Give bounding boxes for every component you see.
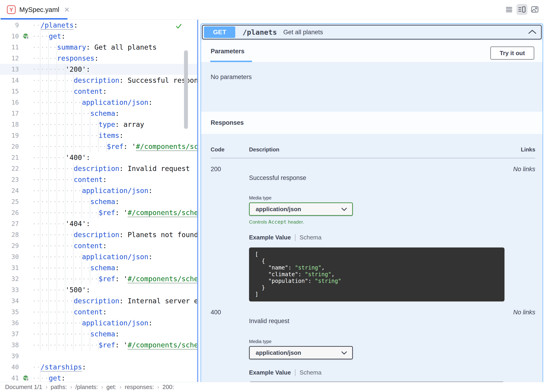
tab-myspec-yaml[interactable]: Y MySpec.yaml (0, 0, 68, 19)
response-description-cell: Invalid requestMedia typeapplication/jso… (249, 309, 505, 382)
editor-line[interactable]: 13 '200': (0, 64, 197, 75)
example-code-block[interactable]: [ { "name": "string", "climate": "string… (249, 248, 504, 302)
breadcrumb-item[interactable]: get: (106, 384, 116, 390)
editor-and-preview-toggle-icon[interactable] (516, 4, 527, 15)
yaml-text: : ' (123, 143, 136, 150)
yaml-key: description (74, 231, 119, 239)
breadcrumb-item[interactable]: Document 1/1 (5, 384, 42, 390)
editor-line[interactable]: 33 '500': (0, 285, 197, 296)
code-text: items: (32, 130, 197, 141)
editor-line[interactable]: 40 /starships: (0, 362, 197, 373)
schema-tab[interactable]: Schema (300, 234, 321, 241)
response-code: 400 (211, 309, 249, 382)
gutter-slot (20, 229, 32, 240)
indent-whitespace (32, 273, 99, 285)
path-key-link[interactable]: /planets (41, 21, 74, 29)
breadcrumb-separator: › (70, 384, 72, 390)
editor-line[interactable]: 34 description: Internal server error (0, 296, 197, 307)
operation-summary[interactable]: GET /planets Get all planets (202, 25, 542, 40)
editor-line[interactable]: 14 description: Successful response (0, 75, 197, 86)
line-number: 12 (0, 53, 20, 64)
example-value-tab[interactable]: Example Value (249, 369, 291, 376)
yaml-key: description (74, 165, 119, 172)
example-value-tab[interactable]: Example Value (249, 234, 291, 241)
editor-line[interactable]: 16 application/json: (0, 97, 197, 108)
editor-line[interactable]: 9 /planets: (0, 20, 197, 31)
editor-line[interactable]: 10 get: (0, 31, 197, 42)
editor-line[interactable]: 26 $ref: '#/components/schema (0, 207, 197, 218)
breadcrumb-item[interactable]: responses: (125, 384, 154, 390)
breadcrumb-item[interactable]: 200: (162, 384, 174, 390)
editor-line[interactable]: 38 $ref: '#/components/schema (0, 340, 197, 351)
tab-title: MySpec.yaml (19, 6, 59, 14)
editor-line[interactable]: 24 application/json: (0, 185, 197, 196)
editor-line[interactable]: 39 (0, 351, 197, 362)
editor-line[interactable]: 31 schema: (0, 262, 197, 273)
yaml-editor[interactable]: 9 /planets:10 get:11 summary: Get all pl… (0, 20, 197, 382)
code-text: application/json: (32, 185, 197, 196)
editor-line[interactable]: 18 type: array (0, 119, 197, 130)
line-number: 10 (0, 31, 20, 42)
yaml-text: : Invalid request (119, 165, 190, 172)
breadcrumb-item[interactable]: paths: (51, 384, 67, 390)
parameters-body: No parameters (201, 62, 543, 112)
code-text: '500': (32, 285, 197, 296)
editor-line[interactable]: 32 $ref: '#/components/schema (0, 273, 197, 285)
ref-link[interactable]: #/components/schema (128, 341, 197, 349)
code-text: schema: (32, 262, 197, 273)
yaml-text: '500': (65, 286, 90, 294)
editor-line[interactable]: 37 schema: (0, 329, 197, 340)
response-row: 200Successful responseMedia typeapplicat… (211, 166, 535, 302)
editor-scrollbar[interactable] (184, 50, 188, 129)
editor-line[interactable]: 36 application/json: (0, 318, 197, 329)
collapse-chevron-icon[interactable] (528, 30, 536, 35)
note-accept-keyword: Accept (268, 219, 286, 225)
breadcrumb-separator: › (157, 384, 159, 390)
gutter-slot (20, 163, 32, 174)
yaml-key: schema (90, 198, 115, 206)
gutter-slot (20, 42, 32, 53)
editor-line[interactable]: 12 responses: (0, 53, 197, 64)
try-it-out-button[interactable]: Try it out (490, 46, 534, 60)
line-number: 16 (0, 97, 20, 108)
schema-tab[interactable]: Schema (300, 369, 321, 376)
tab-separator (295, 234, 296, 241)
yaml-text: : (103, 87, 107, 95)
editor-line[interactable]: 20 $ref: '#/components/sche (0, 141, 197, 152)
editor-line[interactable]: 25 schema: (0, 196, 197, 207)
editor-line[interactable]: 29 content: (0, 240, 197, 251)
media-type-select[interactable]: application/json (249, 202, 353, 216)
tab-close-icon[interactable] (64, 7, 70, 13)
path-key-link[interactable]: /starships (41, 363, 82, 371)
editor-line[interactable]: 22 description: Invalid request (0, 163, 197, 174)
api-endpoint-gutter-icon[interactable] (20, 31, 32, 42)
ref-link[interactable]: #/components/sche (136, 143, 197, 150)
code-text: description: Successful response (32, 75, 197, 86)
ref-link[interactable]: #/components/schema (128, 275, 197, 283)
editor-line[interactable]: 41 get: (0, 373, 197, 382)
indent-whitespace (32, 196, 90, 207)
line-number: 23 (0, 174, 20, 185)
indent-whitespace (32, 64, 65, 75)
editor-only-toggle-icon[interactable] (503, 4, 514, 15)
editor-line[interactable]: 17 schema: (0, 108, 197, 119)
media-type-select[interactable]: application/json (249, 346, 353, 359)
editor-line[interactable]: 27 '404': (0, 218, 197, 229)
yaml-key: $ref (99, 275, 115, 283)
preview-only-toggle-icon[interactable] (529, 4, 540, 15)
breadcrumb-item[interactable]: /planets: (75, 384, 98, 390)
editor-line[interactable]: 21 '400': (0, 152, 197, 163)
editor-line[interactable]: 19 items: (0, 130, 197, 141)
editor-line[interactable]: 30 application/json: (0, 251, 197, 262)
indent-whitespace (32, 86, 74, 97)
inspections-ok-icon[interactable] (175, 23, 182, 31)
editor-line[interactable]: 23 content: (0, 174, 197, 185)
editor-line[interactable]: 35 content: (0, 307, 197, 318)
ref-link[interactable]: #/components/schema (128, 209, 197, 217)
api-endpoint-gutter-icon[interactable] (20, 373, 32, 382)
editor-line[interactable]: 15 content: (0, 86, 197, 97)
yaml-text: : (61, 374, 65, 382)
editor-line[interactable]: 11 summary: Get all planets (0, 42, 197, 53)
editor-line[interactable]: 28 description: Planets not found (0, 229, 197, 240)
line-number: 27 (0, 218, 20, 229)
